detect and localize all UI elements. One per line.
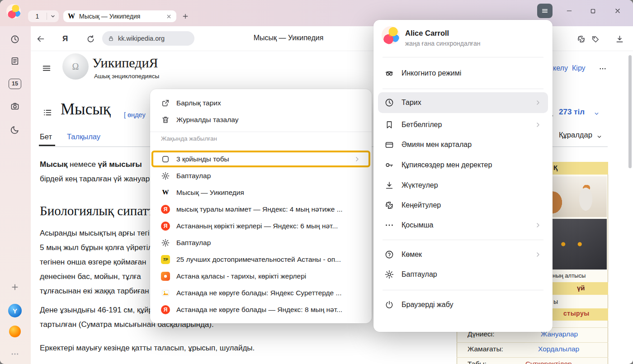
active-tab-underline: [39, 145, 55, 146]
wikipedia-globe-logo[interactable]: Ω: [62, 53, 89, 80]
menu-item-extensions[interactable]: Кеңейтулер: [378, 195, 548, 215]
tab-talk[interactable]: Талқылау: [67, 132, 100, 141]
menu-item-close-browser[interactable]: Браузерді жабу: [378, 295, 548, 315]
language-chevron-icon: [592, 109, 600, 118]
wiki-signup-link[interactable]: келу: [553, 64, 568, 72]
yandex-service-icon[interactable]: [7, 324, 23, 339]
help-icon: [384, 250, 394, 260]
menu-item-more[interactable]: Қосымша: [378, 215, 548, 235]
globe-glyph: Ω: [72, 61, 79, 72]
chevron-down-icon: [47, 14, 59, 19]
downloads-toolbar-icon[interactable]: [613, 33, 626, 45]
yandex-favicon: Я: [161, 205, 170, 214]
tab-article[interactable]: Бет: [40, 132, 52, 141]
divider: [383, 89, 543, 89]
notes-sidebar-button[interactable]: [7, 54, 23, 68]
menu-item-wallet[interactable]: Әмиян мен карталар: [378, 135, 548, 155]
tab-counter[interactable]: 1: [28, 10, 59, 22]
back-button[interactable]: [34, 33, 47, 45]
menu-item-downloads[interactable]: Жүктеулер: [378, 175, 548, 195]
browser-profile-logo[interactable]: [6, 4, 21, 19]
menu-item-clear-journal[interactable]: Журналды тазалау: [155, 111, 367, 128]
divider: [457, 357, 608, 358]
key-icon: [384, 160, 394, 170]
menu-item-label: Баптаулар: [176, 239, 211, 247]
menu-item-label: Қосымша: [402, 221, 433, 229]
history-sidebar-button[interactable]: [7, 32, 23, 47]
paragraph-line: Мысық немесе үй мысығы: [40, 160, 142, 169]
browser-menu-button[interactable]: [537, 4, 553, 18]
history-entry-site[interactable]: Астана қаласы - тарихы, көрікті жерлері: [155, 268, 367, 284]
yandex-browser-icon[interactable]: Y: [7, 303, 23, 318]
tab-title: Мысық — Уикипедия: [79, 13, 166, 20]
divider: [383, 240, 543, 240]
add-panel-button[interactable]: [7, 280, 23, 294]
gear-icon: [161, 171, 170, 180]
menu-item-label: Барлық тарих: [176, 99, 221, 107]
menu-item-settings[interactable]: Баптаулар: [378, 265, 548, 284]
refresh-button[interactable]: [84, 33, 97, 45]
images-favicon: [161, 288, 170, 298]
language-count-button[interactable]: 273 тіл: [559, 108, 585, 117]
yandex-browser-logo-glyph: Y: [8, 304, 22, 317]
extensions-icon[interactable]: [575, 33, 587, 45]
paragraph-line: денесінен бас, мойын, тұлға: [40, 272, 141, 281]
collections-icon[interactable]: [589, 33, 602, 45]
wiki-more-icon[interactable]: [597, 64, 609, 73]
scrollbar-thumb[interactable]: [628, 55, 632, 168]
contents-icon[interactable]: [42, 107, 53, 118]
menu-item-label: Тарих: [402, 99, 421, 107]
user-avatar[interactable]: [382, 26, 400, 44]
minimize-button[interactable]: [563, 5, 576, 17]
sync-status: жаңа ғана синхрондалған: [405, 40, 480, 47]
yandex-favicon: Я: [161, 305, 170, 314]
chevron-right-icon: [534, 222, 542, 229]
tabs-counter-sidebar-button[interactable]: 15: [7, 76, 23, 91]
menu-item-label: 3 қойынды тобы: [176, 155, 229, 163]
tools-dropdown[interactable]: Құралдар: [559, 131, 592, 139]
screenshot-sidebar-button[interactable]: [7, 99, 23, 113]
divider: [383, 290, 543, 290]
menu-item-label: Мысық — Уикипедия: [176, 189, 244, 197]
bold-term: Мысық: [40, 160, 67, 169]
paragraph-line: тұлғасынан екі жаққа тарбиған: [40, 287, 149, 296]
menu-item-passwords[interactable]: Құпиясөздер мен деректер: [378, 155, 548, 175]
maximize-button[interactable]: [586, 5, 599, 17]
chevron-right-icon: [354, 156, 361, 163]
chevron-right-icon: [534, 99, 542, 106]
menu-item-settings[interactable]: Баптаулар: [155, 167, 367, 184]
menu-item-history[interactable]: Тарих: [378, 92, 548, 113]
history-entry-tripadvisor[interactable]: ТР 25 лучших достопримечательностей Аста…: [155, 251, 367, 268]
menu-item-tab-group[interactable]: 3 қойынды тобы: [155, 151, 367, 167]
infobox-caption: ның алтысы: [553, 272, 586, 279]
dark-mode-sidebar-button[interactable]: [7, 123, 23, 137]
chevron-right-icon: [534, 121, 542, 128]
menu-item-label: Астананың көрікті жерлері — Яндекс: 6 мы…: [176, 222, 338, 230]
taxo-label: Жамағаты:: [468, 345, 503, 353]
menu-item-bookmarks[interactable]: Бетбелгілер: [378, 115, 548, 135]
taxo-value-redlink[interactable]: Сүткоректілер: [525, 360, 572, 364]
history-entry-wikipedia[interactable]: W Мысық — Уикипедия: [155, 184, 367, 201]
history-entry-yandex-search[interactable]: Я Астананың көрікті жерлері — Яндекс: 6 …: [155, 217, 367, 234]
menu-item-settings[interactable]: Баптаулар: [155, 234, 367, 251]
history-entry-yandex-search[interactable]: Я Астанада не көруге болады — Яндекс: 8 …: [155, 301, 367, 318]
url-pill[interactable]: kk.wikipedia.org: [102, 31, 194, 46]
menu-item-incognito[interactable]: Инкогнито режимі: [378, 63, 548, 83]
wikipedia-favicon: W: [161, 188, 170, 197]
history-entry-yandex-search[interactable]: Я мысық туралы мәлімет — Яндекс: 4 мың н…: [155, 201, 367, 217]
edit-link[interactable]: [ өңдеу: [124, 111, 146, 118]
history-entry-yandex-images[interactable]: Астанада не көруге болады: Яндекс Суретт…: [155, 284, 367, 301]
yandex-search-button[interactable]: Я: [59, 33, 71, 45]
new-tab-button[interactable]: [180, 11, 191, 22]
sidebar-more-button[interactable]: [7, 347, 23, 361]
wiki-brand[interactable]: УикипедиЯ: [92, 55, 158, 71]
active-tab[interactable]: W Мысық — Уикипедия: [63, 10, 176, 22]
menu-item-all-history[interactable]: Барлық тарих: [155, 95, 367, 111]
menu-item-help[interactable]: Көмек: [378, 245, 548, 265]
taxo-value-link[interactable]: Хордалылар: [538, 345, 579, 353]
wiki-hamburger-icon[interactable]: [41, 62, 52, 74]
close-button[interactable]: [611, 5, 624, 17]
taxo-label: Табы:: [468, 360, 487, 364]
tab-close-icon[interactable]: [166, 14, 172, 19]
wiki-login-link[interactable]: Кіру: [572, 64, 586, 72]
